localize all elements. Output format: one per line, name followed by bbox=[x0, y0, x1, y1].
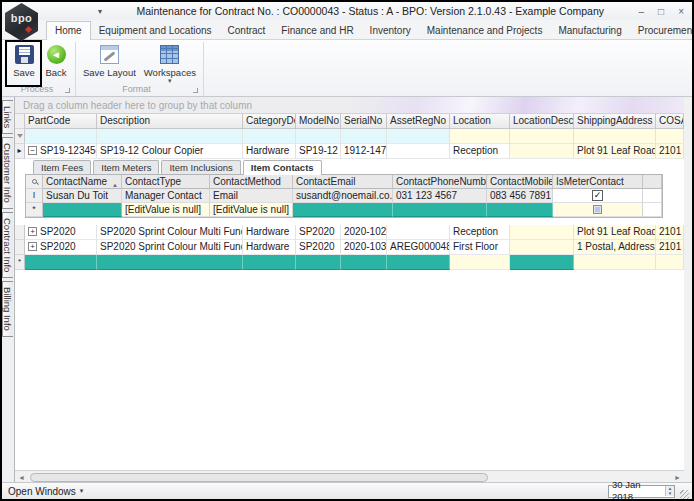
cell-partcode[interactable]: −SP19-123456 bbox=[25, 144, 97, 159]
cell-location[interactable]: First Floor bbox=[450, 240, 510, 255]
cell-modelno[interactable]: SP19-12 bbox=[296, 144, 341, 159]
save-layout-button[interactable]: Save Layout bbox=[79, 42, 140, 83]
sidebar-tab-customer-info[interactable]: Customer Info bbox=[2, 137, 13, 209]
cell-location[interactable] bbox=[450, 255, 510, 270]
cell-description[interactable]: SP2020 Sprint Colour Multi Functional Co… bbox=[97, 225, 243, 240]
table-row-sp2020-2[interactable]: +SP2020 SP2020 Sprint Colour Multi Funct… bbox=[15, 240, 684, 255]
group-by-panel[interactable]: Drag a column header here to group by th… bbox=[15, 97, 684, 114]
cell-contacttype[interactable]: [EditValue is null] bbox=[122, 203, 210, 217]
cell-assetregno[interactable] bbox=[387, 225, 450, 240]
cell-assetregno[interactable] bbox=[387, 255, 450, 270]
maximize-button[interactable]: □ bbox=[658, 6, 664, 17]
filter-cell[interactable] bbox=[656, 129, 684, 144]
cell-categorydesc[interactable] bbox=[243, 255, 296, 270]
cell-location[interactable]: Reception bbox=[450, 144, 510, 159]
ribbon-tab-inventory[interactable]: Inventory bbox=[362, 22, 419, 39]
cell-categorydesc[interactable]: Hardware bbox=[243, 240, 296, 255]
column-header-contactmethod[interactable]: ContactMethod bbox=[210, 175, 293, 189]
filter-cell[interactable] bbox=[450, 129, 510, 144]
filter-cell[interactable] bbox=[510, 129, 574, 144]
cell-locationdesc[interactable] bbox=[510, 144, 574, 159]
cell-description[interactable]: SP19-12 Colour Copier bbox=[97, 144, 243, 159]
expand-icon[interactable]: + bbox=[28, 227, 37, 236]
workspaces-button[interactable]: Workspaces ▾ bbox=[140, 42, 200, 83]
cell-serialno[interactable] bbox=[341, 255, 387, 270]
cell-contactphonenumber[interactable]: 031 123 4567 bbox=[393, 189, 487, 203]
cell-contactmobile[interactable]: 083 456 7891 bbox=[487, 189, 553, 203]
cell-assetregno[interactable]: AREG000048 bbox=[387, 240, 450, 255]
column-header-partcode[interactable]: PartCode bbox=[25, 114, 97, 129]
cell-cosa[interactable]: 2101 bbox=[656, 225, 684, 240]
date-spinner[interactable]: ▴ ▾ bbox=[665, 486, 674, 496]
cell-serialno[interactable]: 1912-147258 bbox=[341, 144, 387, 159]
cell-shippingaddress[interactable]: 1 Postal, Address, postal 3, po... bbox=[574, 240, 656, 255]
column-header-cosa[interactable]: COSA bbox=[656, 114, 684, 129]
cell-contactmethod[interactable]: Email bbox=[210, 189, 293, 203]
cell-shippingaddress[interactable]: Plot 91 Leaf Road, Forest Hills,... bbox=[574, 144, 656, 159]
filter-cell[interactable] bbox=[574, 129, 656, 144]
column-header-categorydesc[interactable]: CategoryDesc bbox=[243, 114, 296, 129]
column-header-contactemail[interactable]: ContactEmail bbox=[293, 175, 393, 189]
column-header-contactphonenumber[interactable]: ContactPhoneNumber bbox=[393, 175, 487, 189]
cell-partcode[interactable] bbox=[25, 255, 97, 270]
filter-cell[interactable] bbox=[243, 129, 296, 144]
cell-location[interactable]: Reception bbox=[450, 225, 510, 240]
close-button[interactable]: × bbox=[678, 6, 684, 17]
ribbon-tab-contract[interactable]: Contract bbox=[220, 22, 274, 39]
tab-item-inclusions[interactable]: Item Inclusions bbox=[161, 160, 240, 174]
filter-cell[interactable] bbox=[97, 129, 243, 144]
cell-categorydesc[interactable]: Hardware bbox=[243, 144, 296, 159]
cell-contactmethod[interactable]: [EditValue is null] bbox=[210, 203, 293, 217]
minimize-button[interactable]: – bbox=[639, 6, 645, 17]
tab-item-contacts[interactable]: Item Contacts bbox=[243, 160, 322, 175]
column-header-assetregno[interactable]: AssetRegNo bbox=[387, 114, 450, 129]
cell-locationdesc[interactable] bbox=[510, 225, 574, 240]
cell-partcode[interactable]: +SP2020 bbox=[25, 225, 97, 240]
tab-item-fees[interactable]: Item Fees bbox=[33, 160, 91, 174]
spin-down-icon[interactable]: ▾ bbox=[666, 491, 674, 496]
cell-locationdesc[interactable] bbox=[510, 255, 574, 270]
cell-contactemail[interactable] bbox=[293, 203, 393, 217]
ribbon-tab-manufacturing[interactable]: Manufacturing bbox=[550, 22, 629, 39]
checkbox-indeterminate-icon[interactable] bbox=[593, 205, 602, 214]
checkbox-checked-icon[interactable]: ✓ bbox=[592, 190, 603, 201]
cell-contactemail[interactable]: susandt@noemail.co.za bbox=[293, 189, 393, 203]
cell-serialno[interactable]: 2020-102048 bbox=[341, 225, 387, 240]
cell-assetregno[interactable] bbox=[387, 144, 450, 159]
cell-contacttype[interactable]: Manager Contact bbox=[122, 189, 210, 203]
sidebar-tab-contract-info[interactable]: Contract Info bbox=[2, 212, 13, 278]
cell-contactmobile[interactable] bbox=[487, 203, 553, 217]
scrollbar-thumb[interactable] bbox=[30, 473, 488, 482]
filter-cell[interactable] bbox=[296, 129, 341, 144]
date-value[interactable]: 30 Jan 2018 bbox=[609, 479, 665, 501]
cell-contactphonenumber[interactable] bbox=[393, 203, 487, 217]
cell-modelno[interactable]: SP2020 bbox=[296, 225, 341, 240]
cell-ismetercontact[interactable]: ✓ bbox=[553, 189, 643, 203]
cell-modelno[interactable]: SP2020 bbox=[296, 240, 341, 255]
cell-cosa[interactable]: 2101 bbox=[656, 144, 684, 159]
column-header-description[interactable]: Description bbox=[97, 114, 243, 129]
column-header-contactmobile[interactable]: ContactMobile bbox=[487, 175, 553, 189]
filter-cell[interactable] bbox=[25, 129, 97, 144]
column-header-serialno[interactable]: SerialNo bbox=[341, 114, 387, 129]
column-header-ismetercontact[interactable]: IsMeterContact bbox=[553, 175, 643, 189]
ribbon-tab-finance-and-hr[interactable]: Finance and HR bbox=[273, 22, 361, 39]
cell-contactname[interactable]: Susan Du Toit bbox=[43, 189, 122, 203]
dialog-launcher-icon[interactable] bbox=[65, 88, 70, 93]
cell-cosa[interactable] bbox=[656, 255, 684, 270]
cell-shippingaddress[interactable] bbox=[574, 255, 656, 270]
cell-shippingaddress[interactable]: Plot 91 Leaf Road, Forest Hills,... bbox=[574, 225, 656, 240]
filter-cell[interactable] bbox=[341, 129, 387, 144]
column-header-modelno[interactable]: ModelNo bbox=[296, 114, 341, 129]
sidebar-tab-links[interactable]: Links bbox=[2, 100, 13, 134]
tab-item-meters[interactable]: Item Meters bbox=[93, 160, 159, 174]
collapse-icon[interactable]: − bbox=[28, 146, 37, 155]
save-button[interactable]: Save bbox=[8, 42, 40, 83]
filter-cell[interactable] bbox=[387, 129, 450, 144]
date-editor[interactable]: 30 Jan 2018 ▴ ▾ bbox=[608, 485, 675, 498]
search-icon[interactable] bbox=[32, 179, 37, 184]
resize-grip-icon[interactable] bbox=[680, 490, 689, 499]
cell-modelno[interactable] bbox=[296, 255, 341, 270]
cell-categorydesc[interactable]: Hardware bbox=[243, 225, 296, 240]
cell-locationdesc[interactable] bbox=[510, 240, 574, 255]
